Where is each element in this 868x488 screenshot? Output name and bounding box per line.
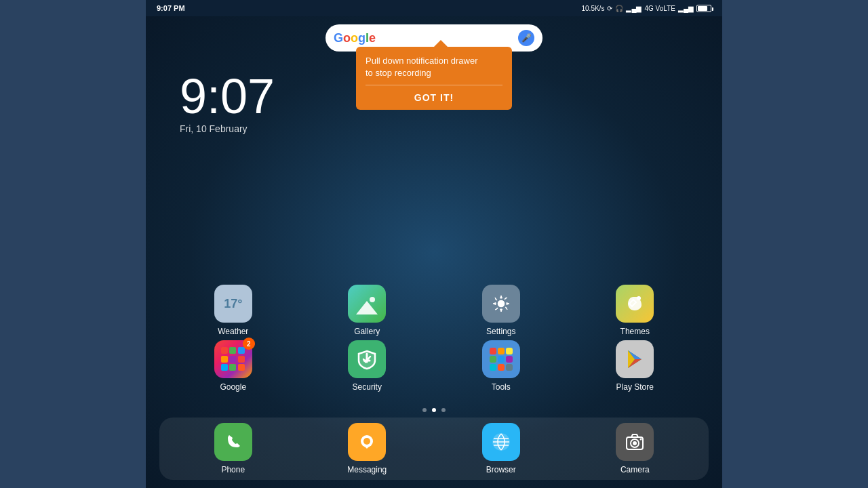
settings-icon	[482, 285, 520, 323]
playstore-svg	[625, 349, 645, 369]
browser-label: Browser	[486, 465, 516, 474]
tools-icon	[482, 340, 520, 378]
app-google-folder[interactable]: 2 Google	[206, 340, 260, 392]
left-panel	[0, 0, 146, 488]
google-folder-icon: 2	[214, 340, 252, 378]
gallery-svg	[356, 293, 378, 314]
phone-screen: 9:07 PM 10.5K/s ⟳ 🎧 ▂▄▆ 4G VoLTE ▂▄▆ Goo…	[146, 0, 722, 488]
mic-icon[interactable]: 🎤	[518, 30, 534, 46]
popup-box: Pull down notification drawerto stop rec…	[356, 47, 512, 110]
got-it-button[interactable]: GOT IT!	[356, 85, 512, 110]
sync-icon: ⟳	[607, 5, 612, 12]
camera-svg	[625, 432, 645, 452]
recording-popup: Pull down notification drawerto stop rec…	[356, 40, 512, 110]
dock-camera[interactable]: Camera	[608, 423, 662, 474]
messaging-svg	[357, 432, 376, 451]
app-themes[interactable]: Themes	[608, 285, 662, 336]
app-row-2: 2 Google Security	[166, 340, 702, 392]
svg-point-4	[499, 302, 502, 306]
page-dots	[146, 408, 722, 412]
browser-icon	[482, 423, 520, 461]
app-settings[interactable]: Settings	[474, 285, 528, 336]
popup-arrow	[434, 40, 448, 47]
app-weather[interactable]: 17° Weather	[206, 285, 260, 336]
network-type: 4G VoLTE	[645, 5, 675, 12]
svg-point-19	[640, 439, 642, 441]
weather-label: Weather	[218, 327, 248, 336]
popup-message: Pull down notification drawerto stop rec…	[356, 47, 512, 85]
app-dock: Phone Messaging	[159, 418, 709, 480]
folder-grid	[221, 347, 245, 371]
app-playstore[interactable]: Play Store	[608, 340, 662, 392]
browser-svg	[491, 432, 511, 452]
themes-svg	[624, 293, 646, 314]
page-dot-1[interactable]	[422, 408, 427, 412]
tools-grid	[490, 348, 513, 371]
svg-point-5	[637, 296, 641, 300]
app-row-1: 17° Weather Gallery	[166, 285, 702, 336]
headphone-icon: 🎧	[615, 5, 623, 12]
svg-point-1	[370, 297, 375, 302]
camera-label: Camera	[620, 465, 650, 474]
phone-icon	[214, 423, 252, 461]
app-security[interactable]: Security	[340, 340, 394, 392]
settings-svg	[490, 293, 512, 314]
gallery-icon	[348, 285, 386, 323]
app-tools[interactable]: Tools	[474, 340, 528, 392]
weather-icon: 17°	[214, 285, 252, 323]
messaging-label: Messaging	[347, 465, 387, 474]
status-time: 9:07 PM	[157, 4, 185, 12]
playstore-icon	[616, 340, 654, 378]
app-grid: 17° Weather Gallery	[146, 285, 722, 403]
dock-phone[interactable]: Phone	[206, 423, 260, 474]
home-screen: Google 🎤 Pull down notification drawerto…	[146, 16, 722, 488]
app-gallery[interactable]: Gallery	[340, 285, 394, 336]
gallery-label: Gallery	[354, 327, 380, 336]
dock-browser[interactable]: Browser	[474, 423, 528, 474]
tools-label: Tools	[492, 382, 511, 392]
status-bar: 9:07 PM 10.5K/s ⟳ 🎧 ▂▄▆ 4G VoLTE ▂▄▆	[146, 0, 722, 16]
phone-svg	[224, 432, 243, 451]
page-dot-2[interactable]	[432, 408, 436, 412]
svg-marker-0	[356, 301, 378, 314]
weather-temp: 17°	[224, 297, 242, 311]
svg-point-11	[363, 438, 370, 445]
google-folder-label: Google	[220, 382, 246, 392]
wifi-bars-icon: ▂▄▆	[678, 5, 694, 12]
network-speed: 10.5K/s	[581, 5, 604, 12]
phone-label: Phone	[221, 465, 245, 474]
security-icon	[348, 340, 386, 378]
security-label: Security	[353, 382, 382, 392]
battery-icon	[696, 5, 711, 12]
themes-icon	[616, 285, 654, 323]
playstore-label: Play Store	[616, 382, 654, 392]
camera-icon	[616, 423, 654, 461]
page-dot-3[interactable]	[441, 408, 446, 412]
themes-label: Themes	[620, 327, 650, 336]
right-panel	[722, 0, 868, 488]
svg-point-18	[633, 441, 637, 445]
settings-label: Settings	[486, 327, 515, 336]
status-indicators: 10.5K/s ⟳ 🎧 ▂▄▆ 4G VoLTE ▂▄▆	[581, 5, 711, 12]
clock-date: Fri, 10 February	[180, 123, 722, 134]
messaging-icon	[348, 423, 386, 461]
signal-bar-icon: ▂▄▆	[626, 5, 642, 12]
google-folder-badge: 2	[243, 338, 255, 350]
security-svg	[356, 348, 378, 370]
dock-messaging[interactable]: Messaging	[340, 423, 394, 474]
